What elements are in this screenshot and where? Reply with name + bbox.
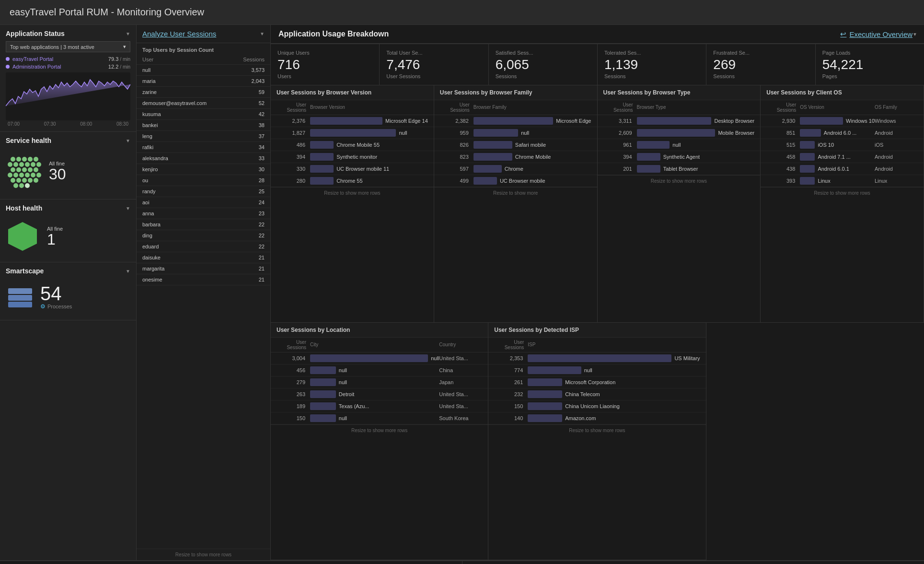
exec-chevron[interactable]: ▼: [912, 32, 917, 37]
user-row[interactable]: ou28: [137, 175, 270, 186]
data-row[interactable]: 3,004 null United Sta...: [271, 352, 488, 364]
data-row[interactable]: 961 null: [598, 139, 761, 151]
resize-table[interactable]: Resize to show more rows: [761, 187, 924, 199]
data-row[interactable]: 499 UC Browser mobile: [434, 175, 597, 187]
user-row[interactable]: kenjiro30: [137, 164, 270, 175]
svg-point-9: [31, 162, 35, 167]
data-row[interactable]: 201 Tablet Browser: [598, 163, 761, 175]
data-bar: [637, 165, 660, 173]
app-dropdown[interactable]: Top web applications | 3 most active ▾: [6, 41, 130, 52]
top-users-subtitle: Top Users by Session Count: [137, 43, 270, 55]
data-row[interactable]: 394 Synthetic monitor: [271, 151, 434, 163]
resize-table[interactable]: Resize to show more: [434, 187, 597, 199]
data-table-4: User Sessions by Location User SessionsC…: [271, 323, 488, 560]
data-row[interactable]: 438 Android 6.0.1 Android: [761, 163, 924, 175]
user-row[interactable]: demouser@easytravel.com52: [137, 98, 270, 109]
app-name-easytravel[interactable]: easyTravel Portal: [6, 56, 53, 62]
svg-point-4: [34, 157, 38, 162]
exec-title[interactable]: ↩ Executive Overview: [840, 30, 912, 38]
app-name-admin[interactable]: Administration Portal: [6, 64, 61, 70]
data-row[interactable]: 2,382 Microsoft Edge: [434, 115, 597, 127]
data-row[interactable]: 150 China Unicom Liaoning: [488, 400, 705, 412]
user-row[interactable]: eduard22: [137, 241, 270, 252]
data-row[interactable]: 458 Android 7.1 ... Android: [761, 151, 924, 163]
data-row[interactable]: 486 Chrome Mobile 55: [271, 139, 434, 151]
data-row[interactable]: 280 Chrome 55: [271, 175, 434, 187]
application-status-chevron[interactable]: ▼: [126, 31, 130, 36]
data-row[interactable]: 851 Android 6.0 ... Android: [761, 127, 924, 139]
user-row[interactable]: aleksandra33: [137, 153, 270, 164]
user-row[interactable]: randy25: [137, 186, 270, 197]
service-health-chevron[interactable]: ▼: [126, 138, 130, 143]
user-row[interactable]: bankei38: [137, 120, 270, 131]
svg-point-5: [8, 162, 12, 167]
data-row[interactable]: 2,609 Mobile Browser: [598, 127, 761, 139]
host-health-header: Host health ▼: [6, 204, 130, 212]
resize-users[interactable]: Resize to show more rows: [137, 549, 270, 560]
user-row[interactable]: null3,573: [137, 65, 270, 76]
user-row[interactable]: daisuke21: [137, 252, 270, 263]
application-status-section: Application Status ▼ Top web application…: [0, 25, 136, 132]
data-bar: [310, 165, 334, 173]
user-row[interactable]: onesime21: [137, 274, 270, 285]
data-row[interactable]: 261 Microsoft Corporation: [488, 376, 705, 388]
data-row[interactable]: 330 UC Browser mobile 11: [271, 163, 434, 175]
data-row[interactable]: 597 Chrome: [434, 163, 597, 175]
data-bar: [637, 129, 716, 137]
user-row[interactable]: rafiki34: [137, 142, 270, 153]
data-bar: [528, 414, 562, 422]
user-row[interactable]: zarine59: [137, 87, 270, 98]
data-bar: [528, 366, 581, 374]
data-row[interactable]: 2,930 Windows 10 Windows: [761, 115, 924, 127]
data-row[interactable]: 823 Chrome Mobile: [434, 151, 597, 163]
resize-table[interactable]: Resize to show more rows: [598, 175, 761, 187]
data-row[interactable]: 2,376 Microsoft Edge 14: [271, 115, 434, 127]
analyze-title[interactable]: Analyze User Sessions: [142, 30, 216, 38]
user-row[interactable]: kusuma42: [137, 109, 270, 120]
user-row[interactable]: barbara22: [137, 219, 270, 230]
host-health-chevron[interactable]: ▼: [126, 206, 130, 211]
data-row[interactable]: 393 Linux Linux: [761, 175, 924, 187]
svg-point-23: [16, 178, 21, 183]
smartscape-label: ⚙ Processes: [40, 303, 72, 310]
user-row[interactable]: ding22: [137, 230, 270, 241]
data-row[interactable]: 774 null: [488, 364, 705, 376]
data-row[interactable]: 140 Amazon.com: [488, 412, 705, 424]
data-row[interactable]: 189 Texas (Azu... United Sta...: [271, 400, 488, 412]
data-table-0: User Sessions by Browser Version User Se…: [271, 85, 434, 323]
data-row[interactable]: 279 null Japan: [271, 376, 488, 388]
app-dropdown-label: Top web applications | 3 most active: [10, 44, 94, 50]
chart-labels: 07:00 07:30 08:00 08:30: [6, 120, 130, 127]
data-row[interactable]: 150 null South Korea: [271, 412, 488, 424]
resize-table[interactable]: Resize to show more rows: [271, 187, 434, 199]
data-row[interactable]: 515 iOS 10 iOS: [761, 139, 924, 151]
data-row[interactable]: 1,827 null: [271, 127, 434, 139]
user-row[interactable]: leng37: [137, 131, 270, 142]
smartscape-chevron[interactable]: ▼: [126, 269, 130, 274]
smartscape-title: Smartscape: [6, 267, 44, 275]
data-row[interactable]: 456 null China: [271, 364, 488, 376]
data-row[interactable]: 394 Synthetic Agent: [598, 151, 761, 163]
user-row[interactable]: anna23: [137, 208, 270, 219]
host-health-content: All fine 1: [6, 216, 130, 257]
user-row[interactable]: maria2,043: [137, 76, 270, 87]
resize-table[interactable]: Resize to show more rows: [488, 424, 705, 436]
data-row[interactable]: 263 Detroit United Sta...: [271, 388, 488, 400]
table-title: User Sessions by Client OS: [761, 85, 924, 100]
host-health-section: Host health ▼ All fine 1: [0, 200, 136, 262]
data-row[interactable]: 959 null: [434, 127, 597, 139]
service-health-header: Service health ▼: [6, 137, 130, 144]
data-row[interactable]: 232 China Telecom: [488, 388, 705, 400]
resize-table[interactable]: Resize to show more rows: [271, 424, 488, 436]
user-row[interactable]: margarita21: [137, 263, 270, 274]
data-bar: [310, 378, 336, 386]
data-row[interactable]: 3,311 Desktop Browser: [598, 115, 761, 127]
analyze-chevron[interactable]: ▼: [260, 31, 265, 36]
data-row[interactable]: 826 Safari mobile: [434, 139, 597, 151]
svg-point-11: [11, 167, 15, 172]
data-row[interactable]: 2,353 US Military: [488, 352, 705, 364]
dot-icon-easytravel: [6, 57, 10, 61]
data-bar: [528, 390, 562, 398]
bottom-section: Top Pages Page Count Avg Duration Slowes…: [0, 560, 924, 564]
user-row[interactable]: aoi24: [137, 197, 270, 208]
